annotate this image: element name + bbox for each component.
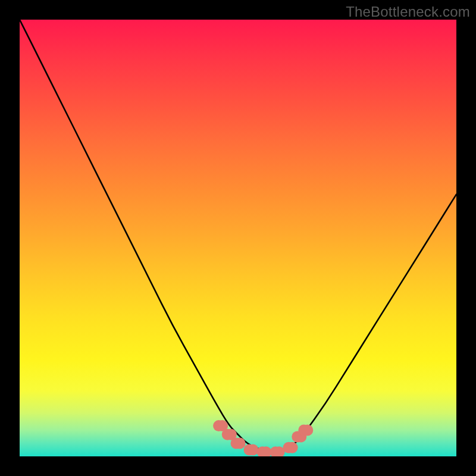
- marker-point: [244, 444, 259, 456]
- curve-markers: [213, 420, 313, 456]
- svg-point-7: [248, 444, 259, 456]
- svg-point-17: [302, 425, 313, 436]
- marker-point: [298, 425, 313, 436]
- bottleneck-curve: [20, 20, 456, 452]
- marker-point: [283, 442, 298, 453]
- attribution-text: TheBottleneck.com: [346, 4, 470, 20]
- plot-area: [20, 20, 456, 456]
- bottleneck-chart: [20, 20, 456, 456]
- marker-point: [257, 446, 272, 456]
- svg-point-5: [234, 438, 246, 449]
- marker-point: [270, 446, 285, 456]
- marker-point: [231, 438, 246, 449]
- svg-point-13: [287, 442, 298, 453]
